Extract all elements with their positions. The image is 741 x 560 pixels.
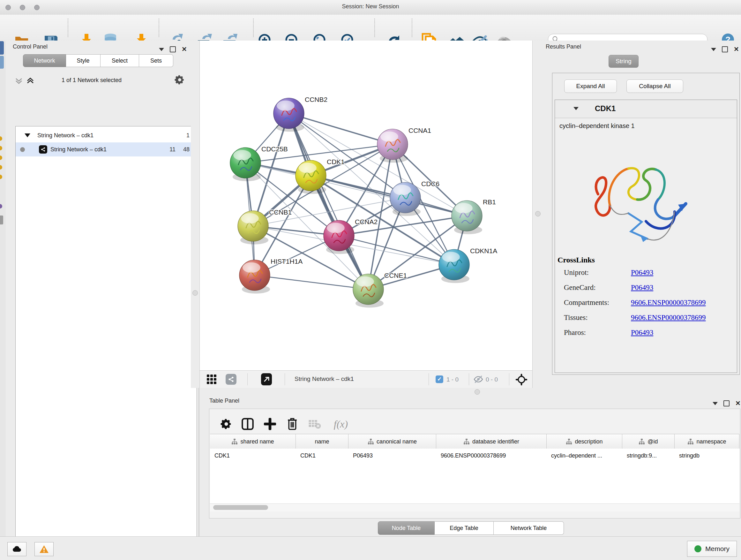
warning-status-button[interactable] <box>35 542 54 556</box>
splitter-handle[interactable] <box>535 211 541 216</box>
vertical-splitter[interactable] <box>532 41 543 388</box>
left-vertical-splitter[interactable] <box>191 41 200 388</box>
shared-column-tree-icon <box>367 438 374 445</box>
network-node-CCNB1[interactable] <box>238 211 268 244</box>
table-cell[interactable]: cyclin–dependent ... <box>547 449 622 462</box>
table-row[interactable]: CDK1CDK1P064939606.ENSP00000378699cyclin… <box>210 449 739 462</box>
app-dock-sliver <box>0 41 6 537</box>
memory-button[interactable]: Memory <box>687 541 737 557</box>
network-edge[interactable] <box>289 113 393 144</box>
table-cell[interactable]: stringdb <box>675 449 739 462</box>
network-collection-row[interactable]: String Network – cdk1 1 <box>16 128 197 142</box>
toolbar-separator <box>509 373 509 385</box>
selected-nodes-checkbox[interactable]: ✓ <box>435 375 443 383</box>
network-edge[interactable] <box>311 176 467 216</box>
table-cell[interactable]: stringdb:9... <box>622 449 675 462</box>
section-collapse-icon[interactable] <box>574 107 579 110</box>
network-list-options-gear-icon[interactable] <box>174 74 185 86</box>
panel-float-icon[interactable] <box>724 400 730 407</box>
protein-section-header[interactable]: CDK1 <box>555 100 737 118</box>
column-header-shared-name[interactable]: shared name <box>210 434 296 449</box>
crosslink-row: Uniprot:P06493 <box>564 268 730 277</box>
column-header-description[interactable]: description <box>547 434 622 449</box>
collection-expand-icon[interactable] <box>24 133 30 137</box>
panel-menu-icon[interactable] <box>159 48 164 51</box>
expand-all-icon[interactable] <box>25 77 35 85</box>
splitter-handle[interactable] <box>475 389 480 395</box>
delete-column-trash-icon[interactable] <box>284 416 300 432</box>
table-cell[interactable]: 9606.ENSP00000378699 <box>436 449 547 462</box>
open-in-window-icon[interactable] <box>261 373 272 385</box>
protein-section: CDK1 cyclin–dependent kinase 1 <box>555 100 737 373</box>
column-header-database-identifier[interactable]: database identifier <box>436 434 547 449</box>
network-node-CDC25B[interactable] <box>230 147 261 181</box>
tab-string[interactable]: String <box>609 55 638 68</box>
network-node-CCNB2[interactable] <box>273 98 304 132</box>
expand-all-button[interactable]: Expand All <box>564 79 617 93</box>
network-selection-status: 1 of 1 Network selected <box>62 77 122 84</box>
splitter-handle[interactable] <box>192 290 198 296</box>
network-node-CCNA2[interactable] <box>324 220 354 254</box>
show-columns-icon[interactable] <box>240 416 256 432</box>
network-edge[interactable] <box>255 275 368 289</box>
node-label: CCNE1 <box>384 272 407 279</box>
panel-menu-icon[interactable] <box>713 402 718 405</box>
fit-selection-crosshair-icon[interactable] <box>515 374 528 387</box>
tab-sets[interactable]: Sets <box>139 54 173 67</box>
network-node-HIST1H1A[interactable] <box>239 260 270 294</box>
shared-column-tree-icon <box>566 438 572 445</box>
column-header-namespace[interactable]: namespace <box>675 434 739 449</box>
network-node-CDK1[interactable] <box>295 160 326 194</box>
crosslink-value-link[interactable]: P06493 <box>631 328 653 337</box>
tab-edge-table[interactable]: Edge Table <box>434 521 494 535</box>
birdseye-grid-icon[interactable] <box>206 374 217 386</box>
crosslink-value-link[interactable]: P06493 <box>631 268 653 277</box>
tab-node-table[interactable]: Node Table <box>378 521 434 535</box>
tab-network[interactable]: Network <box>23 54 66 67</box>
crosslink-value-link[interactable]: 9606.ENSP00000378699 <box>631 314 706 322</box>
network-node-CDKN1A[interactable] <box>439 249 469 283</box>
table-cell[interactable]: P06493 <box>348 449 436 462</box>
panel-close-icon[interactable]: ✕ <box>735 401 741 406</box>
network-current-dot <box>20 147 25 152</box>
main-toolbar: ? <box>0 15 741 41</box>
column-header-canonical-name[interactable]: canonical name <box>348 434 436 449</box>
panel-menu-icon[interactable] <box>711 48 716 51</box>
column-header-name[interactable]: name <box>296 434 348 449</box>
network-node-CCNA1[interactable] <box>377 129 408 163</box>
crosslink-value-link[interactable]: P06493 <box>631 284 653 292</box>
network-overview-icon[interactable] <box>226 374 237 385</box>
network-row-selected[interactable]: String Network – cdk1 11 48 <box>16 142 197 157</box>
collapse-all-icon[interactable] <box>14 77 23 85</box>
tab-network-table[interactable]: Network Table <box>494 521 564 535</box>
network-list: String Network – cdk1 1 String Network –… <box>15 126 197 560</box>
panel-close-icon[interactable]: ✕ <box>182 47 187 52</box>
hidden-elements-eye-icon[interactable] <box>473 375 483 385</box>
table-cell[interactable]: CDK1 <box>210 449 296 462</box>
column-header--id[interactable]: @id <box>622 434 675 449</box>
tab-select[interactable]: Select <box>100 54 139 67</box>
network-view-canvas[interactable]: CCNB2CCNA1CDC25BCDK1CDC6RB1CCNB1CCNA2CDK… <box>199 41 532 370</box>
crosslink-label: GeneCard: <box>564 284 631 292</box>
network-node-CDC6[interactable] <box>390 182 421 216</box>
network-graph[interactable]: CCNB2CCNA1CDC25BCDK1CDC6RB1CCNB1CCNA2CDK… <box>199 41 532 370</box>
panel-float-icon[interactable] <box>722 46 728 52</box>
panel-float-icon[interactable] <box>170 46 176 52</box>
crosslink-value-link[interactable]: 9606.ENSP00000378699 <box>631 299 706 307</box>
network-edge[interactable] <box>339 236 454 265</box>
network-node-RB1[interactable] <box>452 200 482 234</box>
tab-style[interactable]: Style <box>66 54 100 67</box>
collapse-all-button[interactable]: Collapse All <box>626 79 683 93</box>
panel-close-icon[interactable]: ✕ <box>734 47 739 52</box>
node-label: CDK1 <box>327 158 345 165</box>
horizontal-scrollbar[interactable] <box>210 503 739 511</box>
table-cell[interactable]: CDK1 <box>296 449 348 462</box>
horizontal-splitter[interactable] <box>199 388 741 396</box>
cloud-status-button[interactable] <box>7 542 26 556</box>
table-options-gear-icon[interactable] <box>218 416 234 432</box>
scrollbar-thumb[interactable] <box>213 505 268 510</box>
create-column-icon[interactable] <box>262 416 278 432</box>
network-node-CCNE1[interactable] <box>353 274 384 307</box>
shared-column-tree-icon <box>687 438 694 445</box>
crosslink-label: Compartments: <box>564 299 631 307</box>
